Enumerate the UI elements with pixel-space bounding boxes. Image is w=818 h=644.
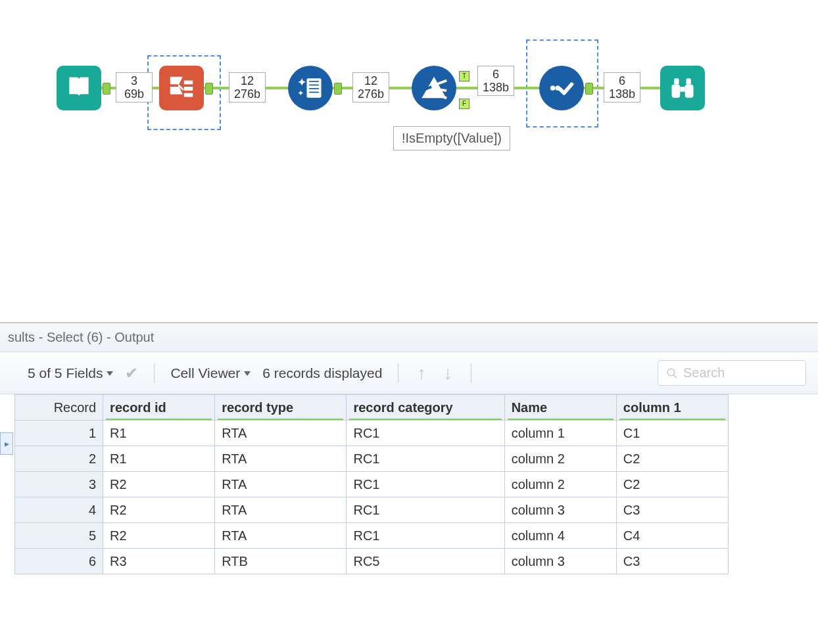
table-cell[interactable]: C3 — [616, 497, 728, 523]
svg-line-17 — [673, 375, 677, 378]
cell-viewer-dropdown[interactable]: Cell Viewer — [170, 365, 251, 381]
table-cell[interactable]: RC1 — [347, 446, 504, 472]
table-cell[interactable]: R1 — [103, 421, 215, 446]
fields-dropdown[interactable]: 5 of 5 Fields — [28, 365, 113, 381]
col-header-record-id[interactable]: record id — [103, 395, 215, 421]
table-row[interactable]: 5R2RTARC1column 4C4 — [15, 523, 729, 549]
table-cell[interactable]: RC5 — [347, 549, 504, 574]
sparkle-sheet-icon — [296, 74, 325, 103]
table-cell[interactable]: column 2 — [504, 446, 616, 472]
search-icon — [666, 367, 678, 379]
table-row[interactable]: 2R1RTARC1column 2C2 — [15, 446, 729, 472]
table-cell[interactable]: RTA — [215, 523, 347, 549]
record-count: 6 — [493, 68, 499, 81]
connector-badge[interactable]: 6 138b — [477, 66, 514, 96]
separator — [398, 363, 398, 383]
tool-transpose[interactable] — [159, 66, 204, 110]
table-cell[interactable]: column 2 — [504, 472, 616, 497]
chevron-down-icon — [107, 371, 113, 376]
table-cell[interactable]: column 1 — [504, 421, 616, 446]
col-header-record-category[interactable]: record category — [347, 395, 504, 421]
row-number: 2 — [15, 446, 103, 472]
search-box[interactable] — [658, 360, 806, 386]
filter-expression-annotation[interactable]: !IsEmpty([Value]) — [393, 126, 510, 150]
table-cell[interactable]: C3 — [616, 549, 728, 574]
table-cell[interactable]: RC1 — [347, 421, 504, 446]
tool-filter[interactable] — [412, 66, 456, 110]
table-cell[interactable]: C2 — [616, 446, 728, 472]
search-input[interactable] — [682, 365, 790, 381]
data-size: 69b — [124, 87, 144, 101]
table-cell[interactable]: column 4 — [504, 523, 616, 549]
table-cell[interactable]: RTA — [215, 446, 347, 472]
connector-badge[interactable]: 12 276b — [229, 72, 266, 103]
chevron-down-icon — [244, 371, 251, 376]
table-cell[interactable]: C4 — [616, 523, 728, 549]
tool-browse[interactable] — [660, 66, 705, 110]
table-row[interactable]: 4R2RTARC1column 3C3 — [15, 497, 729, 523]
arrow-up-icon[interactable]: ↑ — [414, 363, 429, 384]
false-anchor[interactable]: F — [459, 99, 469, 109]
output-anchor[interactable] — [334, 83, 342, 95]
output-anchor[interactable] — [585, 83, 593, 95]
check-icon[interactable]: ✔ — [125, 364, 138, 382]
svg-line-7 — [437, 89, 446, 91]
table-row[interactable]: 1R1RTARC1column 1C1 — [15, 421, 729, 446]
row-number: 6 — [15, 549, 103, 574]
svg-point-2 — [84, 91, 86, 94]
row-expand-handle[interactable]: ▸ — [0, 432, 13, 455]
output-anchor[interactable] — [205, 83, 213, 95]
svg-rect-13 — [680, 87, 685, 91]
prism-filter-icon — [419, 73, 449, 103]
col-header-record[interactable]: Record — [15, 395, 103, 421]
table-cell[interactable]: R2 — [103, 472, 215, 497]
output-anchor[interactable] — [103, 83, 110, 95]
svg-point-16 — [667, 369, 675, 376]
col-header-name[interactable]: Name — [504, 395, 616, 421]
col-header-record-type[interactable]: record type — [215, 395, 347, 421]
table-cell[interactable]: C1 — [616, 421, 728, 446]
connector-badge[interactable]: 3 69b — [116, 72, 153, 103]
svg-line-6 — [437, 81, 446, 85]
table-cell[interactable]: column 3 — [504, 497, 616, 523]
svg-point-0 — [84, 82, 86, 85]
table-cell[interactable]: RC1 — [347, 523, 504, 549]
table-cell[interactable]: column 3 — [504, 549, 616, 574]
transpose-icon — [166, 73, 197, 103]
table-cell[interactable]: RTA — [215, 421, 347, 446]
table-cell[interactable]: R1 — [103, 446, 215, 472]
separator — [471, 363, 471, 383]
row-number: 3 — [15, 472, 103, 497]
select-check-icon — [546, 73, 577, 103]
table-row[interactable]: 6R3RTBRC5column 3C3 — [15, 549, 729, 574]
table-cell[interactable]: R3 — [103, 549, 215, 574]
table-row[interactable]: 3R2RTARC1column 2C2 — [15, 472, 729, 497]
row-number: 1 — [15, 421, 103, 446]
table-cell[interactable]: RTA — [215, 497, 347, 523]
data-size: 276b — [358, 87, 384, 101]
connector-badge[interactable]: 6 138b — [604, 72, 640, 103]
binoculars-icon — [668, 74, 697, 103]
tool-select[interactable] — [539, 66, 584, 110]
svg-rect-12 — [685, 85, 694, 98]
connector-badge[interactable]: 12 276b — [352, 72, 389, 103]
table-cell[interactable]: R2 — [103, 497, 215, 523]
tool-text-input[interactable] — [57, 66, 101, 110]
table-cell[interactable]: RTB — [215, 549, 347, 574]
row-number: 5 — [15, 523, 103, 549]
table-cell[interactable]: R2 — [103, 523, 215, 549]
tool-data-cleanse[interactable] — [288, 66, 333, 110]
separator — [154, 363, 155, 383]
workflow-canvas[interactable]: 3 69b 12 276b 12 276b T F 6 138b 6 138b — [0, 0, 818, 315]
col-header-column-1[interactable]: column 1 — [616, 395, 728, 421]
svg-rect-11 — [672, 85, 681, 98]
table-cell[interactable]: RTA — [215, 472, 347, 497]
table-cell[interactable]: RC1 — [347, 497, 504, 523]
record-count: 12 — [364, 74, 377, 87]
results-title: sults - Select (6) - Output — [0, 323, 818, 352]
book-icon — [64, 74, 93, 103]
arrow-down-icon[interactable]: ↓ — [441, 363, 455, 384]
true-anchor[interactable]: T — [459, 71, 469, 81]
table-cell[interactable]: C2 — [616, 472, 728, 497]
table-cell[interactable]: RC1 — [347, 472, 504, 497]
